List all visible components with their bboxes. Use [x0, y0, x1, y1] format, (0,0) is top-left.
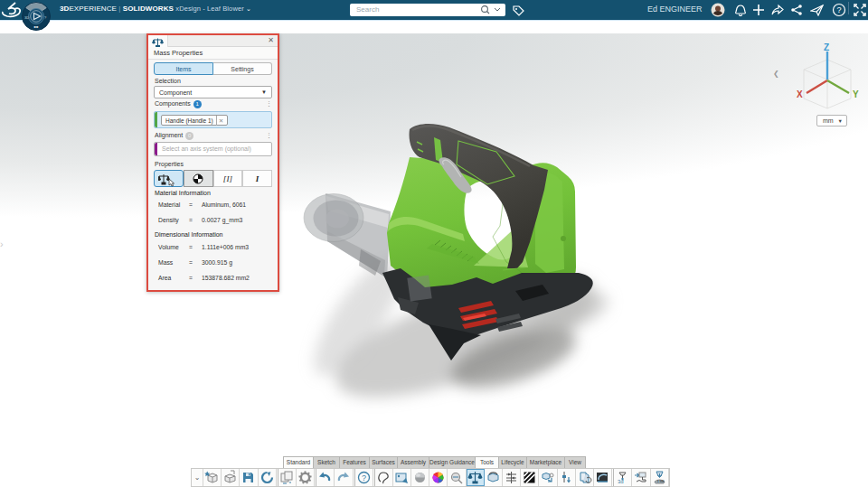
svg-text:3D: 3D: [24, 15, 29, 20]
svg-text:?: ?: [362, 473, 366, 482]
svg-text:3 MB: 3 MB: [656, 480, 665, 483]
svg-text:Z: Z: [824, 42, 829, 52]
svg-text:X: X: [797, 89, 803, 99]
svg-text:■■: ■■: [34, 24, 39, 29]
svg-text:3d: 3d: [618, 479, 624, 484]
svg-text:Y: Y: [853, 89, 859, 99]
svg-text:?: ?: [837, 5, 842, 14]
